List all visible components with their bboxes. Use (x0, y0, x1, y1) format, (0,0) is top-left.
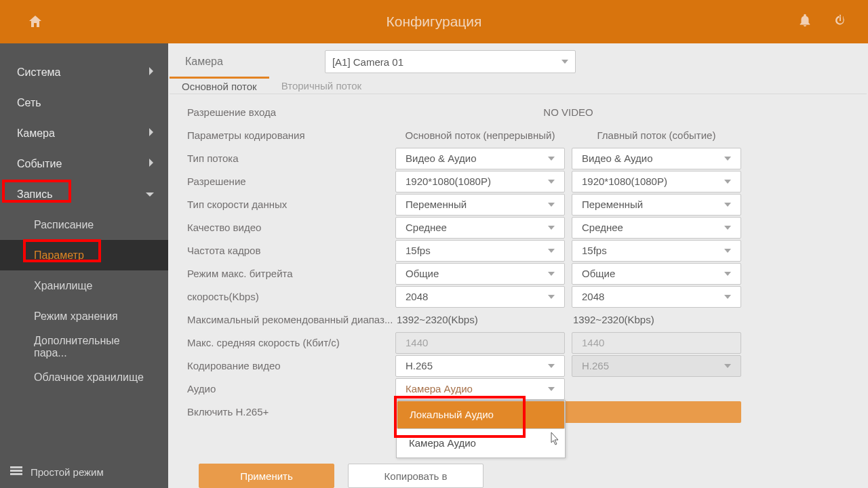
stream-type-b[interactable]: Видео & Аудио (572, 148, 741, 169)
sidebar-item-system[interactable]: Система (0, 57, 168, 87)
sidebar-item-cloud[interactable]: Облачное хранилище (0, 362, 168, 392)
row-rec-range: Максимальный рекомендованный диапаз... (185, 308, 395, 331)
row-video-quality: Качество видео (185, 216, 395, 239)
cursor-icon (551, 432, 560, 446)
col-main-continuous: Основной поток (непрерывный) (395, 124, 565, 146)
home-icon[interactable] (27, 14, 43, 30)
video-quality-a[interactable]: Среднее (395, 217, 565, 239)
col-main-event: Главный поток (событие) (572, 124, 741, 146)
audio-option-camera[interactable]: Камера Аудио (397, 429, 565, 458)
avg-speed-b: 1440 (572, 332, 741, 354)
sidebar: Система Сеть Камера Событие Запись Распи… (0, 43, 168, 488)
header-bar: Конфигурация (0, 0, 868, 43)
rec-range-a: 1392~2320(Kbps) (395, 308, 565, 331)
sidebar-item-storage-mode[interactable]: Режим хранения (0, 301, 168, 331)
svg-rect-2 (10, 473, 22, 475)
sidebar-item-network[interactable]: Сеть (0, 87, 168, 118)
row-input-res: Разрешение входа (185, 101, 395, 123)
row-avg-speed: Макс. средняя скорость (Кбит/с) (185, 331, 395, 354)
row-max-bitrate-mode: Режим макс. битрейта (185, 262, 395, 285)
sidebar-item-schedule[interactable]: Расписание (0, 209, 168, 240)
sidebar-item-parameter[interactable]: Параметр (0, 240, 168, 270)
row-encoding-params: Параметры кодирования (185, 124, 395, 146)
speed-b[interactable]: 2048 (572, 286, 741, 308)
resolution-b[interactable]: 1920*1080(1080P) (572, 171, 741, 192)
tab-sub-stream[interactable]: Вторичный поток (269, 77, 374, 94)
row-stream-type: Тип потока (185, 147, 395, 169)
simple-mode-label: Простой режим (31, 466, 104, 478)
chevron-down-icon (145, 188, 155, 201)
sidebar-item-event[interactable]: Событие (0, 148, 168, 179)
row-video-encoding: Кодирование видео (185, 354, 395, 377)
bell-icon[interactable] (797, 13, 812, 30)
audio-select[interactable]: Камера Аудио Локальный Аудио Камера Ауди… (395, 378, 565, 400)
sidebar-item-record[interactable]: Запись (0, 179, 168, 209)
max-bitrate-mode-b[interactable]: Общие (572, 263, 741, 285)
bitrate-type-b[interactable]: Переменный (572, 194, 741, 216)
framerate-b[interactable]: 15fps (572, 240, 741, 262)
page-title: Конфигурация (387, 14, 482, 30)
rec-range-b: 1392~2320(Kbps) (572, 308, 741, 331)
row-bitrate-type: Тип скорости данных (185, 193, 395, 216)
copy-button[interactable]: Копировать в (348, 464, 484, 488)
svg-rect-1 (10, 470, 22, 472)
stream-type-a[interactable]: Видео & Аудио (395, 148, 565, 169)
simple-mode-icon (10, 466, 22, 478)
content-area: Камера [A1] Camera 01 Основной поток Вто… (168, 43, 868, 488)
svg-rect-0 (10, 466, 22, 468)
speed-a[interactable]: 2048 (395, 286, 565, 308)
camera-select[interactable]: [A1] Camera 01 (325, 50, 576, 73)
camera-label: Камера (185, 56, 223, 68)
row-enable-h265plus: Включить H.265+ (185, 401, 395, 423)
caret-down-icon (561, 60, 568, 64)
video-quality-b[interactable]: Среднее (572, 217, 741, 239)
row-audio: Аудио (185, 378, 395, 400)
tab-main-stream[interactable]: Основной поток (170, 77, 269, 94)
bitrate-type-a[interactable]: Переменный (395, 194, 565, 216)
audio-dropdown: Локальный Аудио Камера Аудио (396, 400, 566, 458)
no-video-value: NO VIDEO (395, 101, 741, 123)
sidebar-item-camera[interactable]: Камера (0, 118, 168, 148)
video-encoding-a[interactable]: H.265 (395, 355, 565, 377)
power-icon[interactable] (833, 13, 848, 30)
row-speed: скорость(Kbps) (185, 285, 395, 308)
chevron-right-icon (148, 127, 155, 140)
video-encoding-b: H.265 (572, 355, 741, 377)
framerate-a[interactable]: 15fps (395, 240, 565, 262)
audio-option-local[interactable]: Локальный Аудио (397, 401, 565, 429)
sidebar-footer[interactable]: Простой режим (10, 466, 104, 478)
apply-button[interactable]: Применить (199, 464, 334, 488)
sidebar-item-storage[interactable]: Хранилище (0, 270, 168, 301)
row-resolution: Разрешение (185, 170, 395, 192)
avg-speed-a: 1440 (395, 332, 565, 354)
max-bitrate-mode-a[interactable]: Общие (395, 263, 565, 285)
resolution-a[interactable]: 1920*1080(1080P) (395, 171, 565, 192)
chevron-right-icon (148, 158, 155, 170)
row-framerate: Частота кадров (185, 239, 395, 262)
chevron-right-icon (148, 66, 155, 79)
sidebar-item-advanced[interactable]: Дополнительные пара... (0, 331, 168, 362)
